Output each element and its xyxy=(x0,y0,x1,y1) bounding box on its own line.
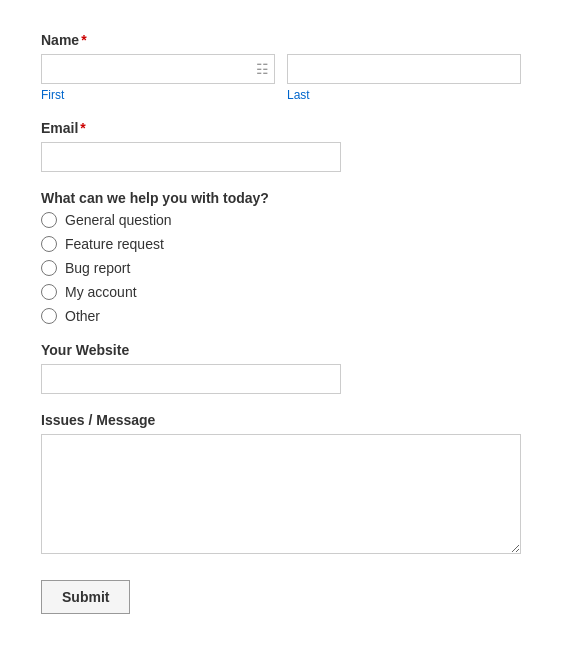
email-label: Email* xyxy=(41,120,521,136)
first-name-col: ☷ First xyxy=(41,54,275,102)
radio-label-bug: Bug report xyxy=(65,260,130,276)
radio-group: General question Feature request Bug rep… xyxy=(41,212,521,324)
radio-account[interactable] xyxy=(41,284,57,300)
radio-item-other[interactable]: Other xyxy=(41,308,521,324)
radio-bug[interactable] xyxy=(41,260,57,276)
last-name-input[interactable] xyxy=(287,54,521,84)
first-name-wrapper: ☷ xyxy=(41,54,275,84)
website-label: Your Website xyxy=(41,342,521,358)
last-sublabel: Last xyxy=(287,88,521,102)
last-name-col: Last xyxy=(287,54,521,102)
email-input[interactable] xyxy=(41,142,341,172)
message-textarea[interactable] xyxy=(41,434,521,554)
website-group: Your Website xyxy=(41,342,521,394)
message-group: Issues / Message xyxy=(41,412,521,558)
help-question-label: What can we help you with today? xyxy=(41,190,521,206)
radio-item-bug[interactable]: Bug report xyxy=(41,260,521,276)
help-group: What can we help you with today? General… xyxy=(41,190,521,324)
radio-label-other: Other xyxy=(65,308,100,324)
radio-item-feature[interactable]: Feature request xyxy=(41,236,521,252)
name-label: Name* xyxy=(41,32,521,48)
radio-feature[interactable] xyxy=(41,236,57,252)
message-label: Issues / Message xyxy=(41,412,521,428)
website-input[interactable] xyxy=(41,364,341,394)
radio-general[interactable] xyxy=(41,212,57,228)
radio-other[interactable] xyxy=(41,308,57,324)
email-group: Email* xyxy=(41,120,521,172)
radio-label-feature: Feature request xyxy=(65,236,164,252)
radio-item-general[interactable]: General question xyxy=(41,212,521,228)
submit-button[interactable]: Submit xyxy=(41,580,130,614)
contact-form: Name* ☷ First Last Email* What can we he… xyxy=(21,16,541,630)
radio-label-account: My account xyxy=(65,284,137,300)
name-group: Name* ☷ First Last xyxy=(41,32,521,102)
name-row: ☷ First Last xyxy=(41,54,521,102)
radio-item-account[interactable]: My account xyxy=(41,284,521,300)
first-name-input[interactable] xyxy=(41,54,275,84)
first-sublabel: First xyxy=(41,88,275,102)
radio-label-general: General question xyxy=(65,212,172,228)
